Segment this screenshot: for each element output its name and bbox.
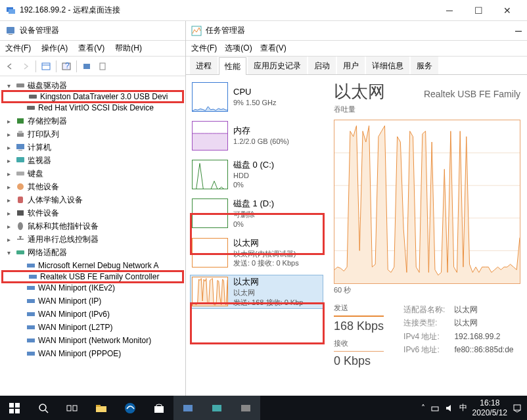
- node-wan-l2tp[interactable]: WAN Miniport (L2TP): [38, 323, 113, 332]
- file-explorer-button[interactable]: [87, 396, 116, 420]
- node-redhat[interactable]: Red Hat VirtIO SCSI Disk Device: [38, 103, 154, 112]
- tray-up-icon[interactable]: ˄: [421, 404, 425, 413]
- search-button[interactable]: [29, 396, 58, 420]
- tab-users[interactable]: 用户: [337, 57, 365, 74]
- node-print[interactable]: 打印队列: [28, 129, 59, 140]
- tab-details[interactable]: 详细信息: [366, 57, 409, 74]
- perf-detail: 以太网 Realtek USB FE Family 吞吐量 60 秒 发送 16…: [327, 75, 527, 396]
- node-wan-ipv6[interactable]: WAN Miniport (IPv6): [38, 310, 110, 319]
- svg-rect-53: [241, 405, 250, 411]
- tab-performance[interactable]: 性能: [219, 57, 246, 75]
- keyboard-icon: [15, 168, 26, 179]
- start-button[interactable]: [0, 396, 29, 420]
- tab-startup[interactable]: 启动: [308, 57, 336, 74]
- running-app-3[interactable]: [231, 396, 260, 420]
- device-tree[interactable]: ▾磁盘驱动器 Kingston DataTraveler 3.0 USB Dev…: [0, 76, 185, 396]
- taskmgr-menu-file[interactable]: 文件(F): [191, 43, 217, 54]
- taskmgr-icon: [191, 26, 202, 36]
- netadapter-icon: [26, 322, 36, 333]
- perf-eth1[interactable]: 以太网以太网发送: 168 接收: 0 Kbp: [190, 275, 323, 308]
- maximize-button[interactable]: ☐: [464, 1, 493, 20]
- devmgr-menu-help[interactable]: 帮助(H): [112, 43, 145, 54]
- perf-eth0[interactable]: 以太网以太网(内核调试器)发送: 0 接收: 0 Kbps: [190, 236, 323, 269]
- perf-disk1[interactable]: 磁盘 1 (D:)可删除0%: [190, 197, 323, 230]
- devmgr-menu-action[interactable]: 操作(A): [39, 43, 70, 54]
- node-wan-ikev2[interactable]: WAN Miniport (IKEv2): [38, 283, 115, 292]
- svg-rect-3: [9, 34, 12, 35]
- node-mskernel[interactable]: Microsoft Kernel Debug Network A: [38, 261, 158, 270]
- tab-services[interactable]: 服务: [411, 57, 438, 74]
- tray-clock[interactable]: 16:18 2020/5/12: [472, 398, 507, 417]
- rdp-title: 192.168.99.2 - 远程桌面连接: [20, 5, 435, 16]
- node-wan-netmon[interactable]: WAN Miniport (Network Monitor): [38, 336, 151, 345]
- svg-rect-47: [96, 406, 106, 412]
- devmgr-menu: 文件(F) 操作(A) 查看(V) 帮助(H): [0, 41, 185, 57]
- other-icon: [15, 181, 26, 192]
- edge-button[interactable]: [116, 396, 145, 420]
- node-hid[interactable]: 人体学输入设备: [28, 195, 83, 206]
- devmgr-menu-view[interactable]: 查看(V): [76, 43, 107, 54]
- node-network[interactable]: 网络适配器: [28, 247, 67, 258]
- drive-icon: [28, 91, 38, 102]
- netadapter-icon: [26, 348, 36, 359]
- perf-cpu[interactable]: CPU9% 1.50 GHz: [190, 80, 323, 114]
- taskmgr-min[interactable]: ─: [515, 26, 522, 36]
- tray-notification-icon[interactable]: [513, 404, 522, 413]
- store-button[interactable]: [145, 396, 173, 420]
- svg-rect-52: [212, 405, 221, 411]
- taskview-button[interactable]: [58, 396, 87, 420]
- taskmgr-menu-options[interactable]: 选项(O): [225, 43, 252, 54]
- tool-fwd[interactable]: [18, 59, 33, 74]
- software-icon: [15, 208, 26, 218]
- svg-rect-21: [18, 197, 23, 203]
- tray-ime[interactable]: 中: [459, 402, 467, 413]
- svg-rect-24: [16, 250, 24, 254]
- node-mouse[interactable]: 鼠标和其他指针设备: [28, 221, 99, 232]
- node-keyboard[interactable]: 键盘: [28, 168, 43, 179]
- svg-rect-51: [183, 405, 193, 411]
- tab-processes[interactable]: 进程: [190, 57, 218, 74]
- node-storage[interactable]: 存储控制器: [28, 116, 67, 127]
- detail-heading: 以太网: [334, 80, 385, 103]
- devmgr-icon: [5, 26, 16, 36]
- tab-apphistory[interactable]: 应用历史记录: [248, 57, 307, 74]
- hid-icon: [15, 195, 26, 205]
- node-monitor[interactable]: 监视器: [28, 155, 51, 166]
- tray-volume-icon[interactable]: [445, 404, 454, 412]
- taskmgr-menu-view[interactable]: 查看(V): [260, 43, 286, 54]
- node-wan-ip[interactable]: WAN Miniport (IP): [38, 296, 101, 306]
- running-app-1[interactable]: [173, 396, 202, 420]
- svg-point-20: [17, 183, 24, 190]
- node-computer[interactable]: 计算机: [28, 142, 51, 153]
- tool-view[interactable]: [39, 59, 53, 74]
- svg-rect-56: [514, 405, 520, 410]
- tool-prop[interactable]: [95, 59, 110, 74]
- tool-scan[interactable]: [80, 59, 94, 74]
- node-realtek[interactable]: Realtek USB FE Family Controller: [40, 272, 159, 281]
- svg-rect-8: [83, 64, 90, 69]
- node-kingston[interactable]: Kingston DataTraveler 3.0 USB Devi: [40, 92, 168, 101]
- svg-rect-32: [27, 352, 35, 356]
- perf-memory[interactable]: 内存1.2/2.0 GB (60%): [190, 119, 323, 152]
- tray-network-icon[interactable]: [430, 404, 440, 412]
- netadapter-icon: [26, 309, 36, 319]
- svg-rect-45: [67, 406, 71, 411]
- usb-icon: [15, 234, 26, 245]
- node-disk-drives[interactable]: 磁盘驱动器: [28, 80, 67, 91]
- node-wan-pppoe[interactable]: WAN Miniport (PPPOE): [38, 349, 121, 358]
- node-usb[interactable]: 通用串行总线控制器: [28, 234, 99, 245]
- svg-rect-13: [17, 118, 24, 124]
- tool-back[interactable]: [3, 59, 17, 74]
- minimize-button[interactable]: ─: [435, 1, 464, 20]
- close-button[interactable]: ✕: [493, 1, 522, 20]
- node-other[interactable]: 其他设备: [28, 181, 59, 193]
- taskmgr-title: 任务管理器: [206, 25, 245, 36]
- tool-help[interactable]: ?: [59, 59, 74, 74]
- node-software[interactable]: 软件设备: [28, 208, 59, 219]
- running-app-2[interactable]: [202, 396, 231, 420]
- svg-rect-15: [18, 131, 22, 133]
- devmgr-menu-file[interactable]: 文件(F): [3, 43, 34, 54]
- recv-label: 接收: [334, 338, 384, 348]
- netadapter-icon: [26, 283, 36, 293]
- perf-disk0[interactable]: 磁盘 0 (C:)HDD0%: [190, 158, 323, 191]
